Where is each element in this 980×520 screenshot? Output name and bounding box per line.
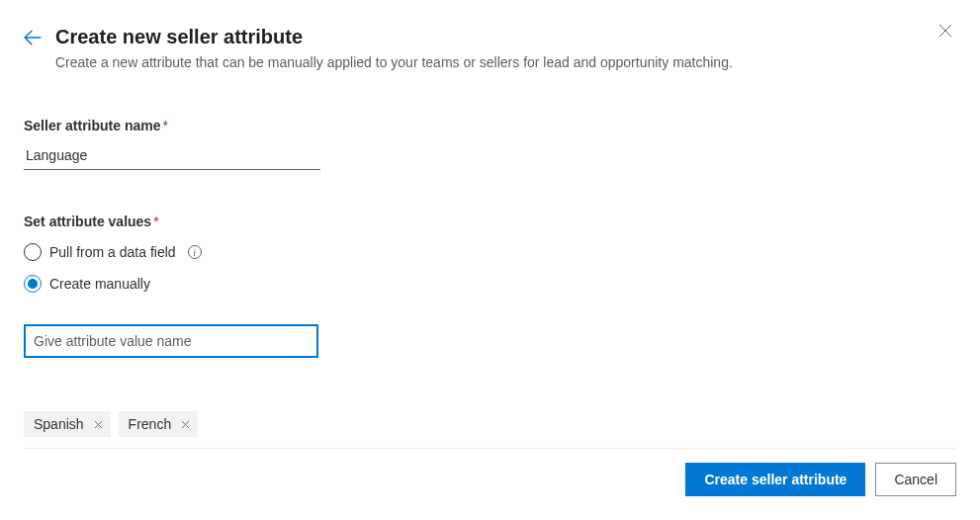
create-attribute-panel: Create new seller attribute Create a new… xyxy=(0,0,980,520)
radio-icon xyxy=(24,243,42,261)
attribute-name-input[interactable] xyxy=(24,141,320,170)
radio-label: Pull from a data field xyxy=(49,244,176,260)
radio-icon xyxy=(24,275,42,293)
header-row: Create new seller attribute xyxy=(24,26,956,48)
page-title: Create new seller attribute xyxy=(55,26,303,48)
form-area: Seller attribute name* Set attribute val… xyxy=(24,118,956,437)
footer-buttons: Create seller attribute Cancel xyxy=(24,463,956,496)
chip-french: French xyxy=(119,411,199,437)
required-marker: * xyxy=(163,118,168,133)
back-button[interactable] xyxy=(24,29,42,46)
close-icon xyxy=(938,24,952,38)
radio-group: Pull from a data field i Create manually xyxy=(24,243,956,293)
page-subtitle: Create a new attribute that can be manua… xyxy=(55,54,956,70)
close-icon xyxy=(181,420,190,429)
close-button[interactable] xyxy=(936,22,954,40)
required-marker: * xyxy=(153,214,158,229)
footer: Create seller attribute Cancel xyxy=(24,448,956,496)
set-values-label: Set attribute values xyxy=(24,214,151,229)
chip-spanish: Spanish xyxy=(24,411,111,437)
chip-label: Spanish xyxy=(34,416,84,432)
arrow-left-icon xyxy=(24,29,42,46)
chip-label: French xyxy=(129,416,172,432)
set-values-group: Set attribute values* Pull from a data f… xyxy=(24,214,956,437)
info-icon[interactable]: i xyxy=(188,245,202,259)
chip-remove-button[interactable] xyxy=(94,420,103,429)
name-field-group: Seller attribute name* xyxy=(24,118,956,170)
create-button[interactable]: Create seller attribute xyxy=(685,463,865,496)
radio-create-manually[interactable]: Create manually xyxy=(24,275,956,293)
radio-pull-from-field[interactable]: Pull from a data field i xyxy=(24,243,956,261)
name-field-label: Seller attribute name xyxy=(24,118,161,133)
radio-label: Create manually xyxy=(49,276,150,292)
chip-remove-button[interactable] xyxy=(181,420,190,429)
close-icon xyxy=(94,420,103,429)
cancel-button[interactable]: Cancel xyxy=(875,463,956,496)
attribute-value-input[interactable] xyxy=(24,324,318,358)
radio-inner-icon xyxy=(28,279,38,289)
divider xyxy=(24,448,956,449)
chip-list: Spanish French xyxy=(24,411,956,437)
